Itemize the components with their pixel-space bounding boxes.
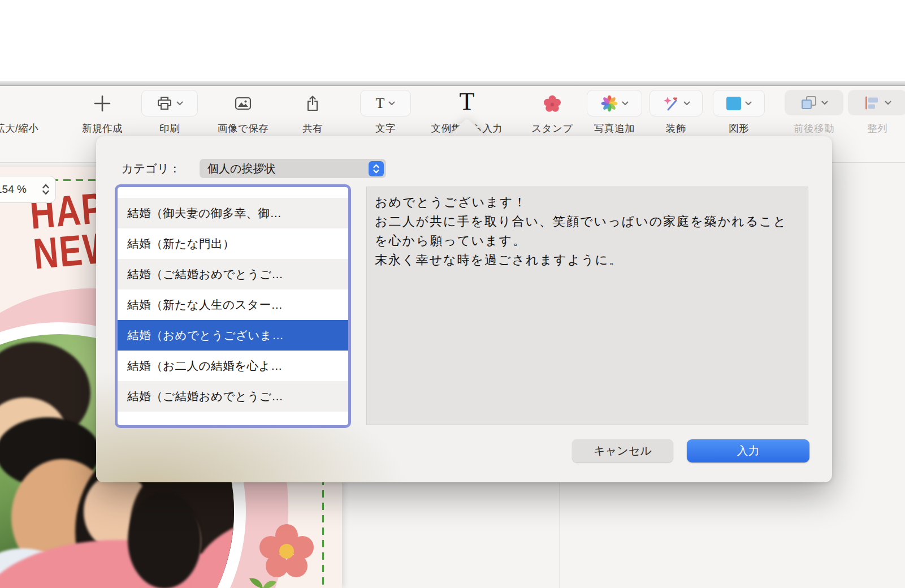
z-order-button [785,90,843,115]
list-item-partial-top[interactable] [118,187,348,198]
stamp-flower-icon [543,90,562,116]
photos-pinwheel-icon [601,95,618,112]
chevron-down-icon [745,101,752,106]
toolbar-item-align: 整列 [842,86,905,162]
category-label: カテゴリ： [122,161,180,176]
plus-icon [93,90,112,116]
decorate-button[interactable] [649,90,703,116]
align-button [848,90,905,115]
align-left-icon [864,96,881,110]
list-item-partial-bottom[interactable] [118,412,348,425]
list-item[interactable]: 結婚（ご結婚おめでとうご… [118,381,348,412]
phrase-preview: おめでとうございます！ お二人が共に手を取り合い、笑顔でいっぱいの家庭を築かれる… [366,187,808,425]
phrases-T-icon: T [460,88,475,114]
dropdown-stepper-icon [369,161,384,176]
sprout-graphic [246,569,280,588]
category-dropdown[interactable]: 個人の挨拶状 [200,159,386,178]
printer-icon [157,96,172,111]
add-photo-button[interactable] [587,90,642,116]
chevron-down-icon [622,101,629,106]
share-icon [306,90,319,116]
insert-button[interactable]: 入力 [687,439,809,462]
shapes-button[interactable] [713,90,765,116]
phrase-list[interactable]: 結婚（御夫妻の御多幸、御… 結婚（新たな門出） 結婚（ご結婚おめでとうご… 結婚… [115,184,351,428]
print-button[interactable] [141,90,198,116]
chevron-down-icon [885,101,891,105]
page-boundary-line [559,482,560,588]
list-item[interactable]: 結婚（御夫妻の御多幸、御… [118,198,348,228]
text-button[interactable]: T [360,90,411,116]
sparkle-pen-icon [662,96,679,111]
text-T-icon: T [376,95,385,112]
list-item[interactable]: 結婚（新たな門出） [118,228,348,259]
list-item[interactable]: 結婚（お二人の結婚を心よ… [118,351,348,381]
stepper-icon[interactable] [42,183,50,196]
zoom-label: 拡大/縮小 [0,122,38,135]
list-item[interactable]: 結婚（新たな人生のスター… [118,289,348,320]
chevron-down-icon [821,101,828,105]
chevron-down-icon [683,101,690,106]
list-item[interactable]: 結婚（ご結婚おめでとうご… [118,259,348,289]
blue-square-icon [726,97,741,110]
app-screen: 154 % 拡大/縮小 新規作成 [0,0,905,588]
category-value: 個人の挨拶状 [207,161,275,176]
list-item-selected[interactable]: 結婚（おめでとうございま… [118,320,348,351]
overlap-squares-icon [800,96,817,110]
zoom-stepper-control[interactable]: 154 % [0,176,56,203]
cancel-button[interactable]: キャンセル [572,439,673,462]
toolbar-item-zoom: 154 % 拡大/縮小 [0,86,77,162]
zoom-value: 154 % [0,183,27,196]
chevron-down-icon [176,101,183,106]
phrase-dialog: カテゴリ： 個人の挨拶状 結婚（御夫妻の御多幸、御… 結婚（新たな門出） 結婚（… [96,136,832,482]
window-edge-band [0,81,905,86]
image-icon [235,90,252,116]
photo-daughter-hair-front [128,492,201,588]
chevron-down-icon [388,101,395,106]
